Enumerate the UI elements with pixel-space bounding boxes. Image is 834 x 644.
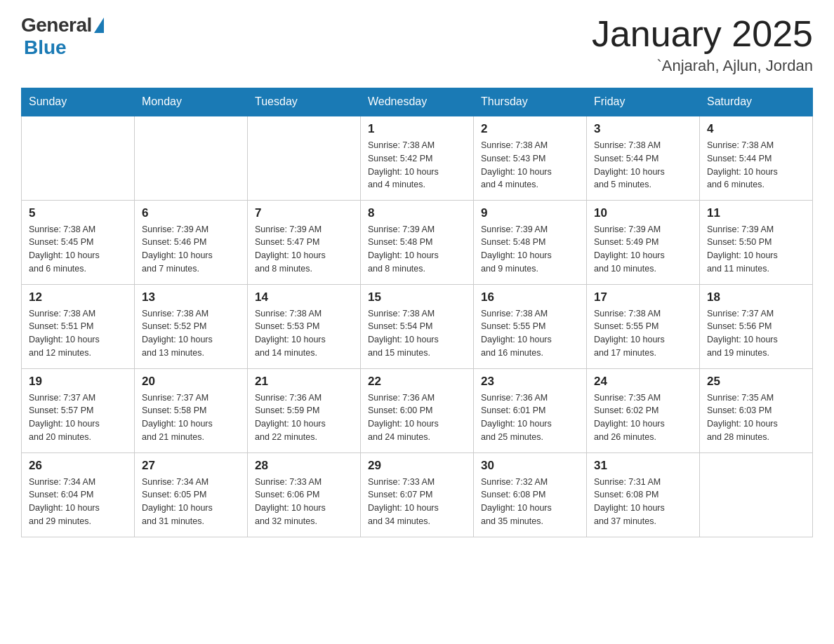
day-info: Sunrise: 7:39 AMSunset: 5:48 PMDaylight:… [481, 223, 579, 276]
calendar-subtitle: `Anjarah, Ajlun, Jordan [592, 57, 813, 75]
day-number: 20 [142, 375, 240, 389]
day-number: 14 [255, 290, 353, 304]
day-cell: 31Sunrise: 7:31 AMSunset: 6:08 PMDayligh… [587, 452, 700, 537]
day-cell: 1Sunrise: 7:38 AMSunset: 5:42 PMDaylight… [361, 116, 474, 200]
day-cell: 21Sunrise: 7:36 AMSunset: 5:59 PMDayligh… [248, 368, 361, 452]
day-number: 28 [255, 459, 353, 473]
weekday-header-wednesday: Wednesday [361, 88, 474, 116]
day-cell: 12Sunrise: 7:38 AMSunset: 5:51 PMDayligh… [22, 284, 135, 368]
day-info: Sunrise: 7:38 AMSunset: 5:55 PMDaylight:… [481, 307, 579, 360]
day-info: Sunrise: 7:35 AMSunset: 6:02 PMDaylight:… [594, 391, 692, 444]
day-info: Sunrise: 7:33 AMSunset: 6:07 PMDaylight:… [368, 476, 466, 528]
day-info: Sunrise: 7:37 AMSunset: 5:56 PMDaylight:… [707, 307, 805, 360]
day-info: Sunrise: 7:37 AMSunset: 5:57 PMDaylight:… [29, 391, 127, 444]
day-cell: 28Sunrise: 7:33 AMSunset: 6:06 PMDayligh… [248, 452, 361, 537]
weekday-header-tuesday: Tuesday [248, 88, 361, 116]
week-row-3: 12Sunrise: 7:38 AMSunset: 5:51 PMDayligh… [22, 284, 813, 368]
day-cell: 23Sunrise: 7:36 AMSunset: 6:01 PMDayligh… [474, 368, 587, 452]
day-cell [700, 452, 813, 537]
day-cell: 25Sunrise: 7:35 AMSunset: 6:03 PMDayligh… [700, 368, 813, 452]
day-number: 27 [142, 459, 240, 473]
day-number: 18 [707, 290, 805, 304]
day-number: 25 [707, 375, 805, 389]
week-row-1: 1Sunrise: 7:38 AMSunset: 5:42 PMDaylight… [22, 116, 813, 200]
weekday-header-sunday: Sunday [22, 88, 135, 116]
day-number: 13 [142, 290, 240, 304]
day-number: 4 [707, 122, 805, 136]
logo-general-text: General [21, 14, 92, 36]
day-info: Sunrise: 7:38 AMSunset: 5:53 PMDaylight:… [255, 307, 353, 360]
day-cell: 17Sunrise: 7:38 AMSunset: 5:55 PMDayligh… [587, 284, 700, 368]
day-info: Sunrise: 7:35 AMSunset: 6:03 PMDaylight:… [707, 391, 805, 444]
week-row-2: 5Sunrise: 7:38 AMSunset: 5:45 PMDaylight… [22, 200, 813, 284]
day-info: Sunrise: 7:36 AMSunset: 6:01 PMDaylight:… [481, 391, 579, 444]
day-cell: 11Sunrise: 7:39 AMSunset: 5:50 PMDayligh… [700, 200, 813, 284]
day-info: Sunrise: 7:31 AMSunset: 6:08 PMDaylight:… [594, 476, 692, 528]
day-cell: 16Sunrise: 7:38 AMSunset: 5:55 PMDayligh… [474, 284, 587, 368]
day-number: 24 [594, 375, 692, 389]
day-info: Sunrise: 7:39 AMSunset: 5:50 PMDaylight:… [707, 223, 805, 276]
day-info: Sunrise: 7:39 AMSunset: 5:47 PMDaylight:… [255, 223, 353, 276]
day-number: 8 [368, 206, 466, 220]
day-cell: 10Sunrise: 7:39 AMSunset: 5:49 PMDayligh… [587, 200, 700, 284]
day-number: 19 [29, 375, 127, 389]
day-number: 15 [368, 290, 466, 304]
day-info: Sunrise: 7:34 AMSunset: 6:04 PMDaylight:… [29, 476, 127, 528]
day-number: 30 [481, 459, 579, 473]
weekday-row: SundayMondayTuesdayWednesdayThursdayFrid… [22, 88, 813, 116]
day-info: Sunrise: 7:38 AMSunset: 5:44 PMDaylight:… [707, 139, 805, 192]
day-info: Sunrise: 7:38 AMSunset: 5:51 PMDaylight:… [29, 307, 127, 360]
weekday-header-monday: Monday [135, 88, 248, 116]
day-number: 5 [29, 206, 127, 220]
day-info: Sunrise: 7:33 AMSunset: 6:06 PMDaylight:… [255, 476, 353, 528]
day-number: 21 [255, 375, 353, 389]
day-cell: 24Sunrise: 7:35 AMSunset: 6:02 PMDayligh… [587, 368, 700, 452]
logo-blue-text: Blue [24, 36, 67, 59]
logo: General Blue [21, 14, 104, 59]
day-cell: 9Sunrise: 7:39 AMSunset: 5:48 PMDaylight… [474, 200, 587, 284]
day-number: 26 [29, 459, 127, 473]
week-row-4: 19Sunrise: 7:37 AMSunset: 5:57 PMDayligh… [22, 368, 813, 452]
day-number: 17 [594, 290, 692, 304]
day-number: 29 [368, 459, 466, 473]
day-cell: 26Sunrise: 7:34 AMSunset: 6:04 PMDayligh… [22, 452, 135, 537]
day-number: 3 [594, 122, 692, 136]
day-cell: 3Sunrise: 7:38 AMSunset: 5:44 PMDaylight… [587, 116, 700, 200]
day-info: Sunrise: 7:37 AMSunset: 5:58 PMDaylight:… [142, 391, 240, 444]
day-number: 16 [481, 290, 579, 304]
day-cell: 14Sunrise: 7:38 AMSunset: 5:53 PMDayligh… [248, 284, 361, 368]
day-info: Sunrise: 7:38 AMSunset: 5:52 PMDaylight:… [142, 307, 240, 360]
day-number: 9 [481, 206, 579, 220]
day-info: Sunrise: 7:38 AMSunset: 5:45 PMDaylight:… [29, 223, 127, 276]
day-cell [135, 116, 248, 200]
day-cell: 4Sunrise: 7:38 AMSunset: 5:44 PMDaylight… [700, 116, 813, 200]
day-cell: 22Sunrise: 7:36 AMSunset: 6:00 PMDayligh… [361, 368, 474, 452]
day-number: 2 [481, 122, 579, 136]
page-header: General Blue January 2025 `Anjarah, Ajlu… [21, 14, 813, 75]
day-number: 11 [707, 206, 805, 220]
day-cell [248, 116, 361, 200]
day-number: 12 [29, 290, 127, 304]
day-info: Sunrise: 7:34 AMSunset: 6:05 PMDaylight:… [142, 476, 240, 528]
day-number: 7 [255, 206, 353, 220]
day-number: 10 [594, 206, 692, 220]
day-cell: 19Sunrise: 7:37 AMSunset: 5:57 PMDayligh… [22, 368, 135, 452]
weekday-header-saturday: Saturday [700, 88, 813, 116]
day-number: 1 [368, 122, 466, 136]
day-info: Sunrise: 7:39 AMSunset: 5:49 PMDaylight:… [594, 223, 692, 276]
day-info: Sunrise: 7:38 AMSunset: 5:43 PMDaylight:… [481, 139, 579, 192]
calendar-body: 1Sunrise: 7:38 AMSunset: 5:42 PMDaylight… [22, 116, 813, 537]
day-info: Sunrise: 7:38 AMSunset: 5:42 PMDaylight:… [368, 139, 466, 192]
day-cell: 5Sunrise: 7:38 AMSunset: 5:45 PMDaylight… [22, 200, 135, 284]
calendar-table: SundayMondayTuesdayWednesdayThursdayFrid… [21, 88, 813, 537]
weekday-header-thursday: Thursday [474, 88, 587, 116]
day-cell: 2Sunrise: 7:38 AMSunset: 5:43 PMDaylight… [474, 116, 587, 200]
day-cell: 27Sunrise: 7:34 AMSunset: 6:05 PMDayligh… [135, 452, 248, 537]
day-info: Sunrise: 7:36 AMSunset: 5:59 PMDaylight:… [255, 391, 353, 444]
week-row-5: 26Sunrise: 7:34 AMSunset: 6:04 PMDayligh… [22, 452, 813, 537]
title-area: January 2025 `Anjarah, Ajlun, Jordan [592, 14, 813, 75]
day-cell: 18Sunrise: 7:37 AMSunset: 5:56 PMDayligh… [700, 284, 813, 368]
day-info: Sunrise: 7:38 AMSunset: 5:44 PMDaylight:… [594, 139, 692, 192]
day-cell: 20Sunrise: 7:37 AMSunset: 5:58 PMDayligh… [135, 368, 248, 452]
day-cell: 30Sunrise: 7:32 AMSunset: 6:08 PMDayligh… [474, 452, 587, 537]
